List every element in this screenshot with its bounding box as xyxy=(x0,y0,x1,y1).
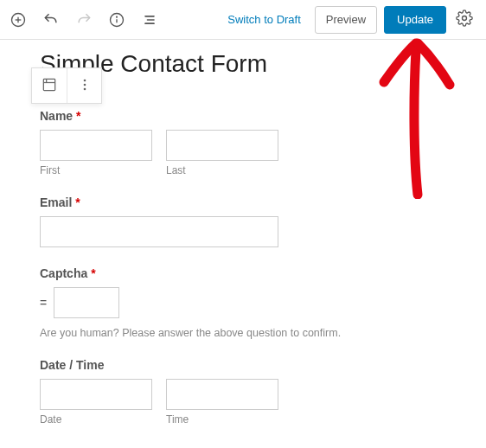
last-name-input[interactable] xyxy=(166,130,278,161)
captcha-hint: Are you human? Please answer the above q… xyxy=(40,327,446,339)
name-label-text: Name xyxy=(40,109,73,123)
svg-point-15 xyxy=(83,87,86,90)
email-label-text: Email xyxy=(40,195,72,209)
date-input[interactable] xyxy=(40,379,152,410)
svg-rect-10 xyxy=(43,79,54,90)
time-input[interactable] xyxy=(166,379,278,410)
switch-to-draft-button[interactable]: Switch to Draft xyxy=(219,8,310,31)
info-button[interactable] xyxy=(102,5,131,35)
datetime-label: Date / Time xyxy=(40,358,446,372)
update-button[interactable]: Update xyxy=(384,6,446,34)
form-block: Name * First Last Email * xyxy=(40,109,446,426)
name-label: Name * xyxy=(40,109,446,123)
email-label: Email * xyxy=(40,195,446,209)
field-name: Name * First Last xyxy=(40,109,446,176)
undo-button[interactable] xyxy=(36,5,66,35)
svg-point-5 xyxy=(117,16,118,17)
settings-button[interactable] xyxy=(450,5,479,35)
redo-button[interactable] xyxy=(69,5,99,35)
undo-icon xyxy=(42,11,60,29)
toolbar-left-group xyxy=(3,5,164,35)
add-block-button[interactable] xyxy=(3,5,33,35)
plus-circle-icon xyxy=(10,11,27,29)
block-more-button[interactable] xyxy=(67,68,101,103)
email-input[interactable] xyxy=(40,216,278,247)
editor-top-bar: Switch to Draft Preview Update xyxy=(0,0,486,40)
required-mark: * xyxy=(75,195,80,209)
info-icon xyxy=(108,11,125,29)
redo-icon xyxy=(75,11,93,29)
captcha-label: Captcha * xyxy=(40,266,446,280)
field-captcha: Captcha * = Are you human? Please answer… xyxy=(40,266,446,339)
form-block-icon xyxy=(41,76,58,96)
preview-button[interactable]: Preview xyxy=(315,6,377,34)
field-email: Email * xyxy=(40,195,446,247)
outline-icon xyxy=(141,11,158,29)
block-type-button[interactable] xyxy=(32,68,67,103)
captcha-input[interactable] xyxy=(54,287,119,318)
first-name-input[interactable] xyxy=(40,130,152,161)
more-vertical-icon xyxy=(76,76,93,96)
gear-icon xyxy=(456,10,473,29)
captcha-label-text: Captcha xyxy=(40,266,87,280)
outline-button[interactable] xyxy=(135,5,164,35)
required-mark: * xyxy=(76,109,80,123)
first-name-sublabel: First xyxy=(40,164,152,176)
svg-point-14 xyxy=(83,83,86,86)
field-datetime: Date / Time Date Time xyxy=(40,358,446,426)
time-sublabel: Time xyxy=(166,413,278,426)
block-toolbar xyxy=(31,67,102,104)
last-name-sublabel: Last xyxy=(166,164,278,176)
svg-point-13 xyxy=(83,79,86,81)
svg-point-9 xyxy=(463,16,467,21)
required-mark: * xyxy=(91,266,95,280)
date-sublabel: Date xyxy=(40,413,152,426)
captcha-equals: = xyxy=(40,296,47,310)
